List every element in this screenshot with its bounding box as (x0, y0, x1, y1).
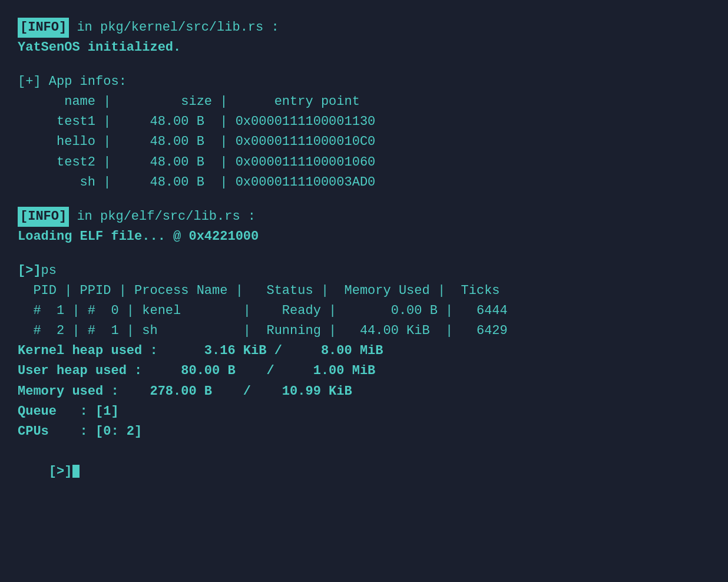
info-elf-text: in pkg/elf/src/lib.rs : (69, 209, 256, 224)
prompt-badge-2: [>] (49, 462, 72, 482)
line-app-sh: sh | 48.00 B | 0x0000111100003AD0 (18, 173, 710, 193)
prompt-ps-cmd: ps (41, 263, 57, 278)
line-app-test2: test2 | 48.00 B | 0x0000111100001060 (18, 153, 710, 173)
line-loading-elf: Loading ELF file... @ 0x4221000 (18, 227, 710, 247)
line-queue: Queue : [1] (18, 402, 710, 422)
line-ps-sh: # 2 | # 1 | sh | Running | 44.00 KiB | 6… (18, 321, 710, 341)
spacer-3 (18, 247, 710, 261)
line-ps-header: PID | PPID | Process Name | Status | Mem… (18, 281, 710, 301)
line-kernel-heap: Kernel heap used : 3.16 KiB / 8.00 MiB (18, 341, 710, 361)
cursor-block (72, 465, 80, 478)
line-app-infos-header: [+] App infos: (18, 72, 710, 92)
spacer-1 (18, 58, 710, 72)
info-kernel-text: in pkg/kernel/src/lib.rs : (69, 20, 279, 35)
line-yatsenos-init: YatSenOS initialized. (18, 38, 710, 58)
line-user-heap: User heap used : 80.00 B / 1.00 MiB (18, 361, 710, 381)
line-table-header: name | size | entry point (18, 92, 710, 112)
terminal-window: [INFO] in pkg/kernel/src/lib.rs : YatSen… (18, 18, 710, 502)
line-app-hello: hello | 48.00 B | 0x00001111000010C0 (18, 132, 710, 152)
line-cpus: CPUs : [0: 2] (18, 422, 710, 442)
prompt-badge-1: [>] (18, 261, 41, 281)
line-app-test1: test1 | 48.00 B | 0x0000111100001130 (18, 112, 710, 132)
spacer-2 (18, 193, 710, 207)
line-final-prompt[interactable]: [>] (18, 442, 710, 502)
line-ps-kenel: # 1 | # 0 | kenel | Ready | 0.00 B | 644… (18, 301, 710, 321)
line-info-elf: [INFO] in pkg/elf/src/lib.rs : (18, 207, 710, 227)
line-prompt-ps: [>]ps (18, 261, 710, 281)
info-badge-2: [INFO] (18, 207, 69, 227)
line-info-kernel: [INFO] in pkg/kernel/src/lib.rs : (18, 18, 710, 38)
info-badge-1: [INFO] (18, 18, 69, 38)
line-memory-used: Memory used : 278.00 B / 10.99 KiB (18, 382, 710, 402)
